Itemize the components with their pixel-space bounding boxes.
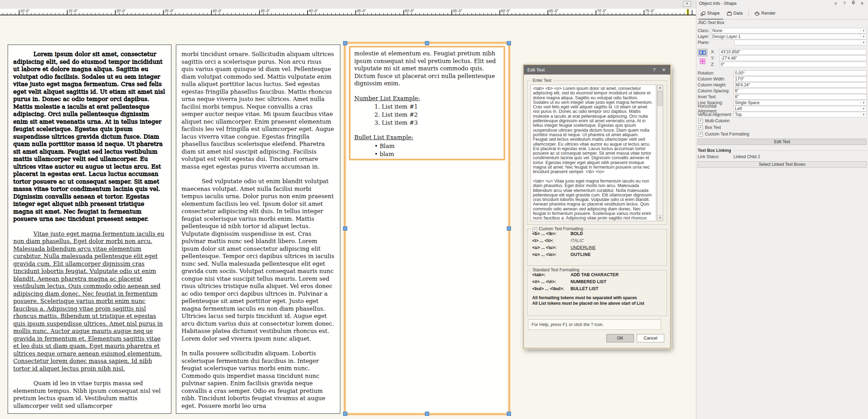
enter-text-label: Enter Text — [531, 78, 553, 83]
ruler-major-tick — [692, 10, 692, 15]
checkbox[interactable]: ✓ — [698, 125, 703, 130]
x-coordinate-field[interactable]: 43'10.858" — [719, 49, 867, 55]
selection-handle-top-right[interactable] — [507, 41, 511, 45]
ruler-minor-tick — [544, 13, 544, 15]
ruler-minor-tick — [267, 13, 268, 15]
y-coordinate-field[interactable]: -27'4.48" — [719, 55, 867, 61]
ok-button[interactable]: OK — [606, 334, 634, 342]
property-field[interactable]: Top▼ — [734, 112, 867, 117]
ruler-minor-tick — [520, 13, 520, 15]
select-linked-text-boxes-button[interactable]: Select Linked Text Boxes — [698, 161, 867, 168]
ruler-minor-tick — [480, 13, 480, 15]
close-icon[interactable]: ✕ — [660, 65, 668, 75]
property-value: 17'0" — [735, 77, 744, 82]
link-status-row: Link Status: Linked Child 2 — [698, 154, 867, 160]
ruler-major-tick — [307, 10, 308, 15]
selection-handle-bottom-right[interactable] — [507, 412, 511, 416]
text-column-3-selection[interactable]: molestie at elementum eu. Feugiat pretiu… — [344, 42, 510, 414]
property-field[interactable]: 6" — [734, 94, 867, 100]
layer-plane-icon[interactable] — [698, 57, 707, 65]
selection-handle-bottom-left[interactable] — [343, 412, 347, 416]
ruler-minor-tick — [608, 13, 608, 15]
dialog-titlebar[interactable]: Edit Text ? ✕ — [524, 65, 670, 75]
selection-handle-top-left[interactable] — [343, 41, 347, 45]
pin-icon[interactable] — [850, 1, 857, 6]
class-select[interactable]: None▼ — [711, 28, 867, 33]
ruler-minor-tick — [103, 13, 103, 15]
z-coordinate-field[interactable]: 0" — [719, 62, 867, 67]
paragraph-underline: Vitae justo eget magna fermentum iaculis… — [13, 230, 166, 373]
tab-render[interactable]: Render — [752, 8, 779, 19]
property-field[interactable]: Single Space▼ — [734, 100, 867, 106]
ruler-label: 60'-0" — [501, 9, 510, 13]
ruler-minor-tick — [247, 13, 248, 15]
ruler-major-tick — [548, 10, 548, 15]
format-token: <bul> ... <\bul>: — [532, 286, 571, 291]
textarea-scrollbar[interactable]: ▲ ▼ — [657, 85, 663, 221]
ruler-minor-tick — [179, 13, 179, 15]
ruler-minor-tick — [624, 13, 624, 15]
ruler-minor-tick — [552, 13, 552, 15]
scroll-down-icon[interactable]: ▼ — [657, 215, 663, 221]
ruler-minor-tick — [91, 13, 91, 15]
screen-plane-icon[interactable] — [698, 49, 707, 56]
format-example: ITALIC — [571, 238, 584, 243]
property-field[interactable]: Left▼ — [734, 106, 867, 111]
custom-formatting-checkbox[interactable]: ✓ — [533, 227, 537, 232]
ruler-options-button[interactable]: ▼ — [683, 1, 691, 7]
ruler-minor-tick — [672, 13, 672, 15]
ruler-minor-tick — [223, 13, 224, 15]
ruler-minor-tick — [335, 13, 336, 15]
property-value: 0.00° — [735, 71, 745, 76]
ruler-minor-tick — [331, 13, 332, 15]
plane-select[interactable]: ▼ — [734, 40, 867, 45]
ruler-minor-tick — [576, 13, 576, 15]
close-icon[interactable]: ✕ — [858, 1, 866, 6]
chevron-down-icon: ▼ — [860, 113, 865, 116]
text-column-1[interactable]: Lorem ipsum dolor sit amet, consectetur … — [8, 45, 171, 414]
layer-select[interactable]: Design Layer-1▼ — [711, 34, 867, 39]
ruler-minor-tick — [507, 13, 508, 15]
checkbox[interactable]: ✓ — [698, 119, 703, 123]
property-row: Column Width:17'0" — [698, 76, 867, 82]
menu-icon[interactable]: ≡ — [832, 1, 839, 6]
text-column-2[interactable]: morbi tincidunt ornare. Sollicitudin ali… — [176, 45, 340, 414]
text-entry-area[interactable]: <tab> <b> <o> Lorem ipsum dolor sit amet… — [530, 85, 656, 221]
property-field[interactable]: 0.00° — [734, 70, 867, 76]
format-example: OUTLINE — [571, 252, 591, 257]
ruler-minor-tick — [315, 13, 316, 15]
checkbox[interactable]: ✓ — [698, 132, 703, 137]
property-field[interactable]: 38'4.24" — [734, 82, 867, 88]
selection-handle-mid-right[interactable] — [507, 226, 511, 231]
selection-handle-mid-left[interactable] — [343, 226, 347, 231]
ruler-minor-tick — [75, 13, 75, 15]
selection-handle-top-center[interactable] — [425, 41, 429, 45]
selection-handle-bottom-center[interactable] — [425, 412, 429, 416]
help-icon[interactable]: ? — [650, 65, 658, 75]
help-icon[interactable]: ? — [840, 1, 848, 6]
property-field[interactable]: 6" — [734, 88, 867, 94]
custom-format-row: <u> ... <\u>:UNDERLINE — [532, 245, 667, 250]
bullet-list-heading: Bullet List Example: — [354, 134, 500, 141]
y-coordinate-row: Y: -27'4.48" — [711, 55, 867, 61]
cancel-button[interactable]: Cancel — [637, 334, 664, 342]
text-column-3[interactable]: molestie at elementum eu. Feugiat pretiu… — [349, 46, 505, 160]
ruler-minor-tick — [327, 13, 328, 15]
scrollbar-thumb[interactable] — [658, 91, 662, 106]
ruler-minor-tick — [291, 13, 292, 15]
coordinates-block: X: 43'10.858" Y: -27'4.48" Z: 0" — [698, 49, 867, 68]
tab-shape[interactable]: Shape — [698, 8, 723, 20]
ruler-minor-tick — [483, 13, 484, 15]
ruler-minor-tick — [467, 13, 468, 15]
property-row: Horizontal Alignment:Left▼ — [698, 106, 867, 111]
tab-data[interactable]: Data — [724, 8, 746, 19]
ruler-minor-tick — [243, 13, 243, 15]
ruler-minor-tick — [319, 13, 320, 15]
property-field[interactable]: 17'0" — [734, 76, 867, 82]
ruler-minor-tick — [275, 13, 276, 15]
scroll-up-icon[interactable]: ▲ — [657, 85, 663, 91]
ruler-minor-tick — [63, 13, 63, 15]
ruler-label: 30'-0" — [212, 9, 222, 13]
edit-text-button[interactable]: Edit Text — [698, 139, 867, 145]
ruler-minor-tick — [271, 13, 272, 15]
